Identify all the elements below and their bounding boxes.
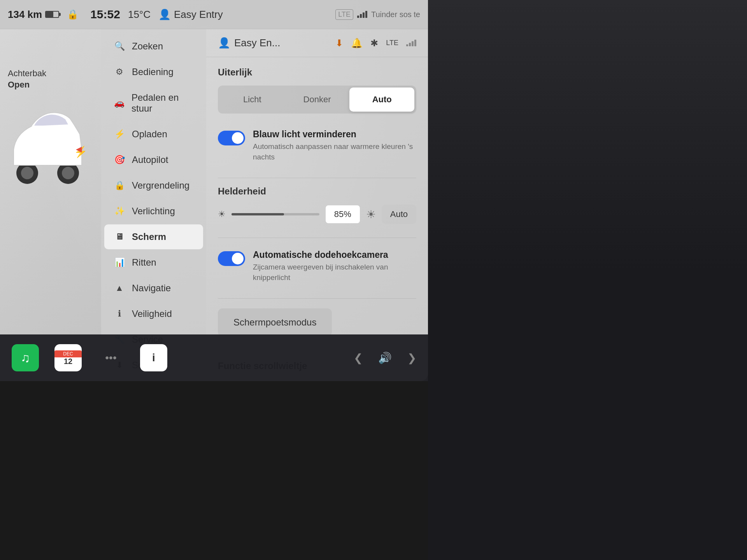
sidebar-item-scherm[interactable]: 🖥 Scherm <box>104 224 203 249</box>
info-button[interactable]: i <box>140 344 167 371</box>
sidebar-item-bediening[interactable]: ⚙ Bediening <box>104 60 203 84</box>
autopilot-icon: 🎯 <box>114 155 125 165</box>
download-icon[interactable]: ⬇ <box>335 38 343 49</box>
brightness-auto-button[interactable]: Auto <box>382 205 416 224</box>
sidebar-label-opladen: Opladen <box>132 129 167 140</box>
lock-sidebar-icon: 🔒 <box>114 180 125 191</box>
trunk-label: Achterbak Open <box>8 68 46 90</box>
spotify-icon: ♫ <box>21 351 30 365</box>
bar1 <box>357 16 359 18</box>
battery-icon <box>45 11 59 18</box>
sidebar-label-navigatie: Navigatie <box>132 283 171 294</box>
brightness-row: ☀ 85% ☀ Auto <box>218 205 416 224</box>
car-area: Achterbak Open ⚡ ◀ <box>0 29 101 224</box>
helderheid-title: Helderheid <box>218 186 416 197</box>
main-content: 👤 Easy En... ⬇ 🔔 ✱ LTE Uiterlijk <box>206 29 428 381</box>
blauw-licht-row: Blauw licht verminderen Automatisch aanp… <box>218 125 416 166</box>
dodehoekcamera-desc: Zijcamera weergeven bij inschakelen van … <box>253 262 416 283</box>
bar4 <box>365 11 367 18</box>
dodehoekcamera-text: Automatische dodehoekcamera Zijcamera we… <box>253 250 416 283</box>
status-bar: 134 km 🔒 15:52 15°C 👤 Easy Entry LTE Tui… <box>0 0 428 29</box>
sidebar-label-scherm: Scherm <box>132 231 166 242</box>
volume-button[interactable]: 🔊 <box>378 352 392 364</box>
right-panel <box>428 0 747 560</box>
battery-fill <box>46 12 53 17</box>
header-icons: ⬇ 🔔 ✱ LTE <box>335 38 416 49</box>
sidebar-item-opladen[interactable]: ⚡ Opladen <box>104 122 203 147</box>
blauw-licht-desc: Automatisch aanpassen naar warmere kleur… <box>253 142 416 162</box>
header-signal-bars <box>406 40 416 46</box>
lock-icon: 🔒 <box>67 9 79 20</box>
sidebar-label-pedalen: Pedalen en stuur <box>132 92 193 114</box>
blauw-licht-toggle[interactable] <box>218 131 245 145</box>
bar3 <box>363 12 365 18</box>
divider-3 <box>218 298 416 299</box>
dodehoekcamera-toggle[interactable] <box>218 251 245 266</box>
light-icon: ✨ <box>114 206 125 216</box>
blauw-licht-text: Blauw licht verminderen Automatisch aanp… <box>253 129 416 162</box>
theme-licht-button[interactable]: Licht <box>220 88 285 112</box>
safety-icon: ℹ <box>114 309 125 319</box>
sidebar-item-pedalen[interactable]: 🚗 Pedalen en stuur <box>104 85 203 121</box>
search-icon: 🔍 <box>114 41 125 51</box>
screen-icon: 🖥 <box>114 232 125 242</box>
brightness-fill <box>231 213 284 215</box>
theme-auto-button[interactable]: Auto <box>349 88 414 112</box>
sidebar-item-veiligheid[interactable]: ℹ Veiligheid <box>104 301 203 326</box>
sidebar-label-vergrendeling: Vergrendeling <box>132 180 189 191</box>
calendar-date: 12 <box>64 357 72 365</box>
charging-icon: ⚡ <box>114 129 125 139</box>
sidebar: 🔍 Zoeken ⚙ Bediening 🚗 Pedalen en stuur … <box>101 29 206 381</box>
divider-1 <box>218 178 416 178</box>
dodehoekcamera-row: Automatische dodehoekcamera Zijcamera we… <box>218 246 416 287</box>
sidebar-label-verlichting: Verlichting <box>132 206 175 217</box>
taskbar-nav: ❮ 🔊 ❯ <box>354 352 416 364</box>
svg-text:◀: ◀ <box>76 145 82 153</box>
dodehoekcamera-title: Automatische dodehoekcamera <box>253 250 416 260</box>
sidebar-item-navigatie[interactable]: ▲ Navigatie <box>104 276 203 301</box>
dots-icon: ••• <box>105 352 116 364</box>
signal-bars <box>357 11 367 18</box>
camera-area <box>428 0 747 272</box>
sidebar-label-ritten: Ritten <box>132 257 156 268</box>
spotify-button[interactable]: ♫ <box>12 344 39 371</box>
theme-donker-button[interactable]: Donker <box>285 88 350 112</box>
bar2 <box>360 14 362 18</box>
nav-left-button[interactable]: ❮ <box>354 352 363 364</box>
more-apps-button[interactable]: ••• <box>97 344 124 371</box>
range-display: 134 km <box>8 9 59 21</box>
sidebar-item-autopilot[interactable]: 🎯 Autopilot <box>104 147 203 172</box>
taskbar: ♫ DEC 12 ••• i ❮ 🔊 ❯ <box>0 334 428 381</box>
bell-icon[interactable]: 🔔 <box>351 38 363 49</box>
content-header: 👤 Easy En... ⬇ 🔔 ✱ LTE <box>206 29 428 57</box>
sidebar-item-vergrendeling[interactable]: 🔒 Vergrendeling <box>104 173 203 198</box>
brightness-track[interactable] <box>231 213 319 215</box>
trips-icon: 📊 <box>114 257 125 268</box>
sidebar-item-ritten[interactable]: 📊 Ritten <box>104 250 203 275</box>
car-body <box>14 119 82 165</box>
nav-right-button[interactable]: ❯ <box>407 352 416 364</box>
tuinder-text: Tuinder sos te <box>371 10 420 19</box>
schermpoets-button[interactable]: Schermpoetsmodus <box>218 308 332 336</box>
sidebar-label-zoeken: Zoeken <box>132 41 163 52</box>
nav-icon: ▲ <box>114 283 125 293</box>
main-screen: 134 km 🔒 15:52 15°C 👤 Easy Entry LTE Tui… <box>0 0 428 381</box>
calendar-button[interactable]: DEC 12 <box>54 344 82 371</box>
car-illustration: ⚡ ◀ <box>8 88 86 196</box>
sidebar-item-verlichting[interactable]: ✨ Verlichting <box>104 199 203 224</box>
time-display: 15:52 <box>90 8 120 21</box>
bluetooth-icon: ✱ <box>370 38 378 49</box>
content-body: Uiterlijk Licht Donker Auto Blauw licht … <box>206 57 428 381</box>
blauw-licht-title: Blauw licht verminderen <box>253 129 416 140</box>
sidebar-label-veiligheid: Veiligheid <box>132 308 172 319</box>
info-icon: i <box>152 352 155 364</box>
toggle-slider-camera <box>218 251 245 266</box>
svg-point-0 <box>21 167 33 179</box>
theme-buttons: Licht Donker Auto <box>218 86 416 114</box>
status-right: LTE Tuinder sos te <box>335 9 420 20</box>
calendar-header: DEC <box>54 350 82 357</box>
divider-2 <box>218 238 416 238</box>
sidebar-item-zoeken[interactable]: 🔍 Zoeken <box>104 34 203 59</box>
svg-point-1 <box>62 167 74 179</box>
trunk-name: Achterbak <box>8 68 46 78</box>
